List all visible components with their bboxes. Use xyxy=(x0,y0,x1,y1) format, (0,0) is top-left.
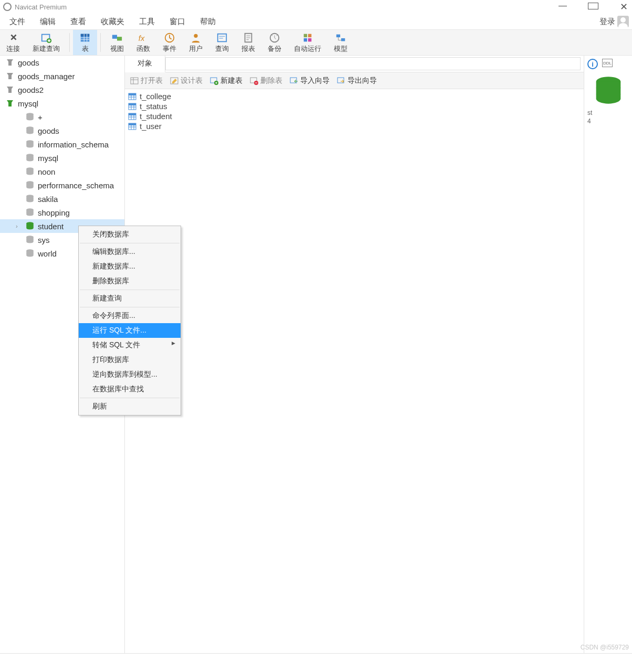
import-wizard-button[interactable]: 导入向导 xyxy=(290,76,330,86)
database-icon xyxy=(25,194,35,204)
watermark: CSDN @i559729 xyxy=(581,644,629,651)
menu-window[interactable]: 窗口 xyxy=(162,15,193,29)
toolbar-newquery-button[interactable]: 新建查询 xyxy=(26,30,66,55)
menu-file[interactable]: 文件 xyxy=(2,15,33,29)
toolbar-model-button[interactable]: 模型 xyxy=(328,30,354,55)
statusbar xyxy=(0,653,632,672)
connection-mysql[interactable]: mysql xyxy=(0,97,124,110)
menu-tools[interactable]: 工具 xyxy=(132,15,162,29)
database-goods[interactable]: goods xyxy=(0,124,124,137)
export-wizard-button[interactable]: 导出向导 xyxy=(337,76,377,86)
menu-help[interactable]: 帮助 xyxy=(193,15,223,29)
new-table-button[interactable]: 新建表 xyxy=(210,76,243,86)
info-icon[interactable]: i xyxy=(587,59,598,69)
view-icon xyxy=(111,31,123,44)
ctx-命令列界面[interactable]: 命令列界面... xyxy=(79,308,181,323)
connection-goods2[interactable]: goods2 xyxy=(0,83,124,97)
expand-arrow-icon[interactable] xyxy=(16,223,22,229)
database-icon xyxy=(25,208,35,217)
database-performance_schema[interactable]: performance_schema xyxy=(0,178,124,192)
svg-rect-8 xyxy=(112,35,117,39)
svg-rect-16 xyxy=(304,34,307,37)
user-icon xyxy=(190,31,202,44)
database-mysql[interactable]: mysql xyxy=(0,151,124,165)
toolbar-backup-button[interactable]: 备份 xyxy=(261,30,288,55)
ctx-新建数据库[interactable]: 新建数据库... xyxy=(79,259,181,274)
connection-icon xyxy=(5,99,15,108)
ctx-编辑数据库[interactable]: 编辑数据库... xyxy=(79,244,181,259)
database-noon[interactable]: noon xyxy=(0,165,124,178)
ctx-打印数据库[interactable]: 打印数据库 xyxy=(79,353,181,367)
svg-rect-17 xyxy=(308,34,311,37)
table-icon xyxy=(79,31,91,44)
svg-point-12 xyxy=(194,34,197,38)
toolbar-event-button[interactable]: 事件 xyxy=(156,30,183,55)
table-t_status[interactable]: t_status xyxy=(125,101,584,111)
avatar-icon xyxy=(617,16,629,27)
fx-icon: fx xyxy=(138,31,149,44)
database-icon xyxy=(25,167,35,176)
svg-rect-21 xyxy=(341,38,345,41)
context-menu[interactable]: 关闭数据库编辑数据库...新建数据库...删除数据库新建查询命令列界面...运行… xyxy=(78,226,181,415)
connection-icon xyxy=(5,58,15,67)
connection-goods[interactable]: goods xyxy=(0,56,124,69)
window-buttons xyxy=(557,1,629,13)
design-table-button[interactable]: 设计表 xyxy=(170,76,203,86)
ctx-新建查询[interactable]: 新建查询 xyxy=(79,291,181,306)
connection-goods_manager[interactable]: goods_manager xyxy=(0,69,124,83)
tab-objects[interactable]: 对象 xyxy=(125,56,165,72)
ctx-在数据库中查找[interactable]: 在数据库中查找 xyxy=(79,382,181,397)
address-bar[interactable] xyxy=(165,57,581,70)
delete-table-icon xyxy=(250,77,258,85)
toolbar-fx-button[interactable]: fx函数 xyxy=(130,30,156,55)
database-shopping[interactable]: shopping xyxy=(0,206,124,219)
toolbar-report-button[interactable]: 报表 xyxy=(235,30,261,55)
toolbar-user-button[interactable]: 用户 xyxy=(183,30,209,55)
svg-rect-18 xyxy=(304,38,307,41)
toolbar-plug-button[interactable]: 连接 xyxy=(0,30,26,55)
svg-rect-20 xyxy=(336,35,340,38)
database-sakila[interactable]: sakila xyxy=(0,192,124,206)
delete-table-button[interactable]: 删除表 xyxy=(250,76,282,86)
svg-rect-46 xyxy=(129,93,136,95)
export-icon xyxy=(337,77,345,85)
menubar: 文件 编辑 查看 收藏夹 工具 窗口 帮助 登录 xyxy=(0,14,632,29)
tabbar: 对象 xyxy=(125,56,584,72)
database-icon xyxy=(25,180,35,190)
table-t_student[interactable]: t_student xyxy=(125,111,584,121)
table-t_college[interactable]: t_college xyxy=(125,91,584,101)
toolbar-table-button[interactable]: 表 xyxy=(73,30,97,55)
ddl-icon[interactable]: DDL xyxy=(602,59,613,67)
table-icon xyxy=(128,92,136,101)
database-information_schema[interactable]: information_schema xyxy=(0,137,124,151)
svg-rect-13 xyxy=(218,34,227,42)
ctx-删除数据库[interactable]: 删除数据库 xyxy=(79,274,181,289)
newquery-icon xyxy=(40,31,52,44)
ctx-逆向数据库到模型[interactable]: 逆向数据库到模型... xyxy=(79,367,181,382)
minimize-button[interactable] xyxy=(557,1,568,13)
toolbar-auto-button[interactable]: 自动运行 xyxy=(288,30,328,55)
database-+[interactable]: + xyxy=(0,110,124,124)
close-button[interactable] xyxy=(618,1,629,13)
ctx-转储SQL文件[interactable]: 转储 SQL 文件 xyxy=(79,338,181,353)
connection-icon xyxy=(5,71,15,81)
table-icon xyxy=(128,112,136,121)
menu-edit[interactable]: 编辑 xyxy=(33,15,63,29)
new-table-icon xyxy=(210,77,218,85)
content-area: 对象 打开表 设计表 新建表 删除表 导入向导 导出向导 t_colleget_… xyxy=(125,56,584,653)
toolbar-view-button[interactable]: 视图 xyxy=(104,30,130,55)
ctx-运行SQL文件[interactable]: 运行 SQL 文件... xyxy=(79,323,181,338)
svg-rect-33 xyxy=(131,78,138,84)
ctx-关闭数据库[interactable]: 关闭数据库 xyxy=(79,227,181,242)
titlebar: Navicat Premium xyxy=(0,0,632,14)
toolbar-query-button[interactable]: 查询 xyxy=(209,30,235,55)
login-button[interactable]: 登录 xyxy=(596,14,632,29)
table-list: t_colleget_statust_studentt_user xyxy=(125,89,584,133)
table-t_user[interactable]: t_user xyxy=(125,121,584,131)
menu-favorites[interactable]: 收藏夹 xyxy=(93,15,132,29)
database-icon xyxy=(25,249,35,258)
open-table-button[interactable]: 打开表 xyxy=(130,76,163,86)
menu-view[interactable]: 查看 xyxy=(63,15,93,29)
ctx-刷新[interactable]: 刷新 xyxy=(79,399,181,414)
maximize-button[interactable] xyxy=(588,1,598,13)
